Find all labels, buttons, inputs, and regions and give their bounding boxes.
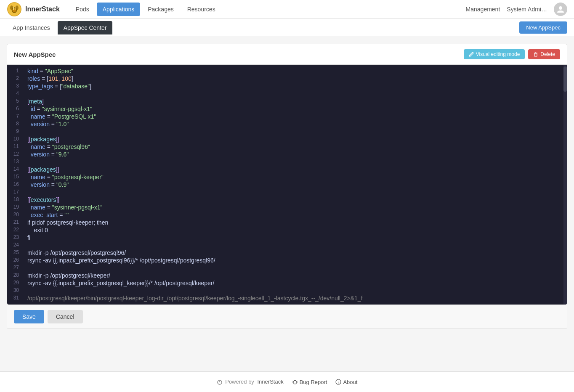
table-row: 23 fi xyxy=(7,234,567,241)
logo-icon xyxy=(7,2,22,17)
powered-by-label: Powered by xyxy=(225,379,254,385)
table-row: 2 roles = [101, 100] xyxy=(7,75,567,82)
nav-resources[interactable]: Resources xyxy=(181,3,221,16)
table-row: 12 version = "9.6" xyxy=(7,151,567,158)
page-footer: Powered by InnerStack Bug Report i About xyxy=(0,371,574,392)
table-row: 4 xyxy=(7,90,567,98)
table-row: 14 [[packages]] xyxy=(7,166,567,173)
table-row: 20 exec_start = "" xyxy=(7,211,567,219)
table-row: 19 name = "sysinner-pgsql-x1" xyxy=(7,204,567,211)
svg-line-15 xyxy=(297,381,298,381)
table-row: 8 version = "1.0" xyxy=(7,120,567,128)
delete-label: Delete xyxy=(540,51,555,57)
table-row: 15 name = "postgresql-keeper" xyxy=(7,173,567,181)
avatar[interactable] xyxy=(554,3,567,16)
sub-navigation: App Instances AppSpec Center New AppSpec xyxy=(0,19,574,37)
management-link[interactable]: Management xyxy=(466,6,500,13)
table-row: 1 kind = "AppSpec" xyxy=(7,67,567,75)
svg-rect-8 xyxy=(534,53,537,56)
about-label: About xyxy=(343,379,357,385)
table-row: 13 xyxy=(7,158,567,166)
subnav-appspec-center[interactable]: AppSpec Center xyxy=(58,21,113,34)
bug-icon xyxy=(292,379,298,385)
visual-editing-button[interactable]: Visual editing mode xyxy=(464,49,525,59)
table-row: 28 mkdir -p /opt/postgresql/keeper/ xyxy=(7,272,567,279)
svg-rect-6 xyxy=(15,7,16,10)
table-row: 21 if pidof postgresql-keeper; then xyxy=(7,219,567,226)
table-row: 27 xyxy=(7,264,567,272)
scrollbar-track xyxy=(563,65,567,305)
save-button[interactable]: Save xyxy=(14,310,44,323)
table-row: 16 version = "0.9" xyxy=(7,181,567,188)
svg-point-7 xyxy=(559,6,562,10)
svg-point-4 xyxy=(13,8,16,12)
visual-editing-label: Visual editing mode xyxy=(476,51,520,57)
subnav-app-instances[interactable]: App Instances xyxy=(7,21,56,34)
cancel-button[interactable]: Cancel xyxy=(48,310,83,323)
card-actions: Visual editing mode Delete xyxy=(464,49,560,59)
table-row: 17 xyxy=(7,188,567,196)
powered-by-text: Powered by InnerStack xyxy=(217,379,284,385)
new-appspec-button[interactable]: New AppSpec xyxy=(519,21,567,34)
sysadmin-link[interactable]: System Admi… xyxy=(507,6,547,13)
delete-button[interactable]: Delete xyxy=(528,49,560,59)
user-icon xyxy=(556,5,565,13)
innerstack-footer-link[interactable]: InnerStack xyxy=(258,379,284,385)
table-row: 9 xyxy=(7,128,567,135)
top-navigation: InnerStack Pods Applications Packages Re… xyxy=(0,0,574,19)
table-row: 30 xyxy=(7,287,567,294)
table-row: 24 xyxy=(7,241,567,249)
table-row: 26 rsync -av {{.inpack_prefix_postgresql… xyxy=(7,257,567,264)
nav-right: Management System Admi… xyxy=(466,3,567,16)
bug-report-label: Bug Report xyxy=(300,379,327,385)
power-icon xyxy=(217,379,223,385)
table-row: 29 rsync -av {{.inpack_prefix_postgresql… xyxy=(7,279,567,287)
edit-icon xyxy=(469,52,474,57)
table-row: 6 id = "sysinner-pgsql-x1" xyxy=(7,105,567,113)
card-footer: Save Cancel xyxy=(7,305,567,328)
card-header: New AppSpec Visual editing mode Delet xyxy=(7,44,567,65)
table-row: 25 mkdir -p /opt/postgresql/postgresql96… xyxy=(7,249,567,257)
svg-rect-5 xyxy=(13,7,14,10)
table-row: 5 [meta] xyxy=(7,98,567,105)
brand-name: InnerStack xyxy=(25,5,60,13)
subnav-actions: New AppSpec xyxy=(519,21,567,34)
code-lines: 1 kind = "AppSpec" 2 roles = [101, 100] … xyxy=(7,65,567,305)
nav-applications[interactable]: Applications xyxy=(97,3,141,16)
svg-text:i: i xyxy=(338,381,339,384)
table-row: 10 [[packages]] xyxy=(7,135,567,143)
nav-pods[interactable]: Pods xyxy=(70,3,95,16)
code-editor[interactable]: 1 kind = "AppSpec" 2 roles = [101, 100] … xyxy=(7,65,567,305)
scrollbar-thumb[interactable] xyxy=(563,66,567,92)
svg-line-14 xyxy=(292,381,293,381)
svg-point-13 xyxy=(293,381,297,384)
table-row: 31 /opt/postgresql/keeper/bin/postgresql… xyxy=(7,294,567,302)
table-row: 7 name = "PostgreSQL x1" xyxy=(7,113,567,120)
code-scroll-area[interactable]: 1 kind = "AppSpec" 2 roles = [101, 100] … xyxy=(7,65,567,305)
trash-icon xyxy=(533,52,538,57)
appspec-card: New AppSpec Visual editing mode Delet xyxy=(7,44,567,329)
table-row: 22 exit 0 xyxy=(7,226,567,234)
table-row: 3 type_tags = ["database"] xyxy=(7,82,567,90)
card-title: New AppSpec xyxy=(14,51,56,58)
main-content: New AppSpec Visual editing mode Delet xyxy=(0,37,574,371)
nav-packages[interactable]: Packages xyxy=(142,3,179,16)
bug-report-link[interactable]: Bug Report xyxy=(292,379,327,385)
brand[interactable]: InnerStack xyxy=(7,2,60,17)
info-icon: i xyxy=(335,379,341,385)
table-row: 18 [[executors]] xyxy=(7,196,567,204)
about-link[interactable]: i About xyxy=(335,379,357,385)
nav-links: Pods Applications Packages Resources xyxy=(70,3,466,16)
table-row: 11 name = "postgresql96" xyxy=(7,143,567,151)
